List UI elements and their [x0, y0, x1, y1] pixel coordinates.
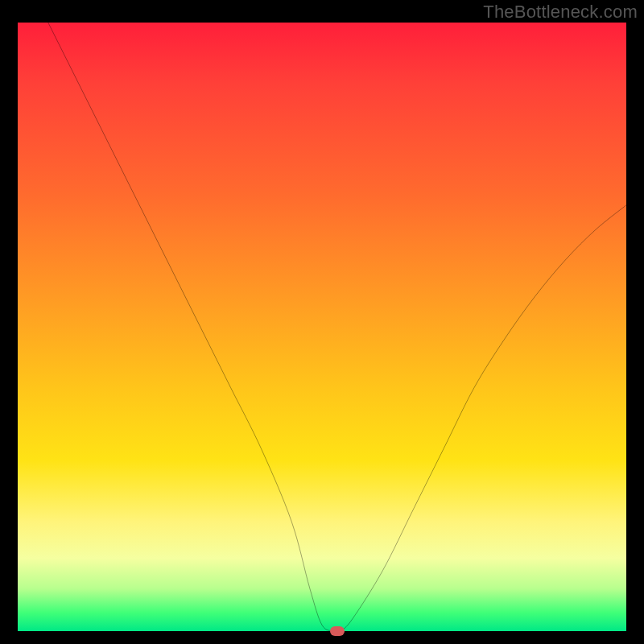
minimum-marker — [330, 626, 345, 636]
watermark-text: TheBottleneck.com — [483, 2, 638, 23]
curve-path — [48, 23, 626, 632]
chart-container: TheBottleneck.com — [0, 0, 644, 644]
bottleneck-curve — [18, 23, 626, 631]
plot-area — [18, 23, 626, 631]
